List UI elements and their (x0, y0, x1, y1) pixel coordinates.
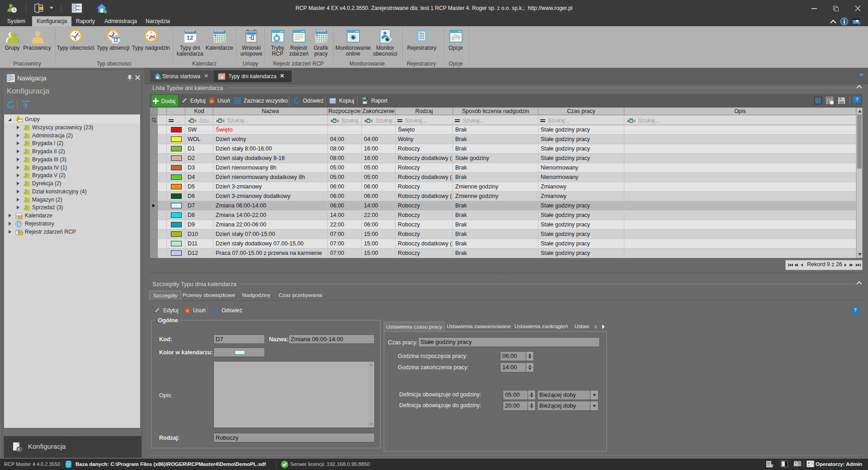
svg-text:C: C (337, 119, 339, 122)
svg-text:B: B (191, 119, 193, 122)
svg-text:A: A (188, 119, 190, 122)
svg-text:C: C (633, 119, 636, 122)
svg-text:B: B (367, 119, 369, 122)
svg-text:A: A (216, 119, 218, 122)
svg-text:A: A (627, 119, 629, 122)
svg-text:C: C (371, 119, 373, 122)
svg-text:B: B (219, 119, 221, 122)
svg-text:B: B (630, 119, 632, 122)
svg-text:C: C (222, 119, 225, 122)
svg-text:12: 12 (187, 34, 193, 41)
svg-text:12: 12 (113, 38, 118, 43)
svg-text:A: A (364, 119, 367, 122)
svg-text:C: C (194, 119, 197, 122)
svg-text:?: ? (855, 97, 859, 102)
svg-text:?: ? (854, 307, 857, 313)
svg-text:A: A (330, 119, 333, 122)
svg-text:B: B (333, 119, 335, 122)
